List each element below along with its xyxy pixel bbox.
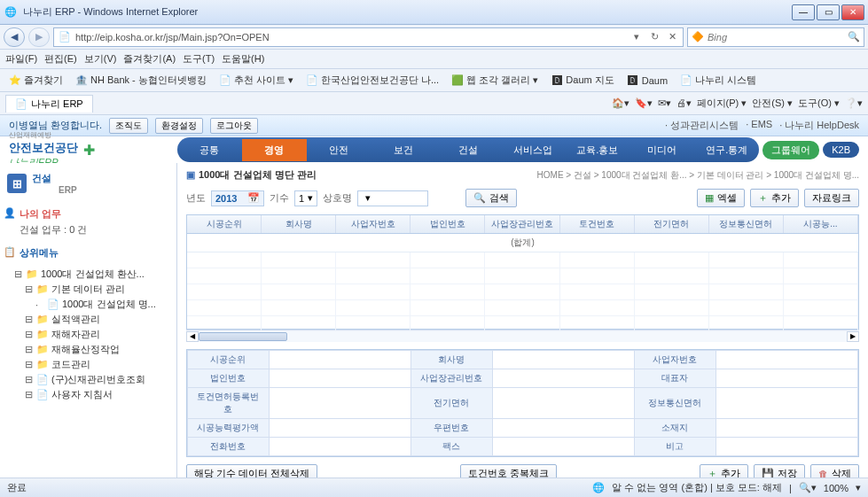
pill-groupware[interactable]: 그룹웨어 [762, 141, 819, 159]
favorites-button[interactable]: ⭐즐겨찾기 [5, 73, 66, 88]
tree-item[interactable]: ⊟📁실적액관리 [4, 312, 173, 327]
grid-cell[interactable] [411, 316, 485, 332]
menu-file[interactable]: 파일(F) [5, 52, 37, 66]
grid-cell[interactable] [560, 284, 635, 300]
menu-help[interactable]: 도움말(H) [222, 52, 264, 66]
grid-column-header[interactable]: 시공순위 [187, 215, 262, 233]
grid-cell[interactable] [560, 268, 635, 284]
link-helpdesk[interactable]: · 나누리 HelpDesk [779, 119, 859, 132]
tab-service[interactable]: 서비스업 [501, 139, 566, 161]
home-icon[interactable]: 🏠▾ [612, 97, 629, 110]
grid-cell[interactable] [485, 284, 559, 300]
menu-favorites[interactable]: 즐겨찾기(A) [123, 52, 176, 66]
menu-edit[interactable]: 편집(E) [44, 52, 77, 66]
grid-cell[interactable] [262, 268, 336, 284]
pill-k2b[interactable]: K2B [823, 142, 859, 158]
grid-cell[interactable] [635, 268, 709, 284]
nav-forward-button[interactable]: ▶ [28, 27, 50, 47]
search-field[interactable]: 🔶 🔍 [687, 27, 864, 47]
grid-cell[interactable] [485, 252, 559, 268]
form-value[interactable] [269, 388, 411, 419]
grid-cell[interactable] [485, 316, 559, 332]
form-value[interactable] [492, 419, 634, 438]
grid-cell[interactable] [784, 268, 858, 284]
grid-cell[interactable] [635, 252, 709, 268]
search-button[interactable]: 🔍검색 [465, 189, 517, 207]
tool-page[interactable]: 페이지(P) ▾ [697, 97, 747, 110]
form-value[interactable] [716, 438, 857, 456]
form-value[interactable] [716, 388, 857, 419]
grid-cell[interactable] [411, 252, 485, 268]
tab-research[interactable]: 연구.통계 [694, 139, 759, 161]
tree-item[interactable]: ⊟📁코드관리 [4, 357, 173, 372]
grid-cell[interactable] [187, 252, 262, 268]
form-value[interactable] [269, 419, 411, 438]
grid-cell[interactable] [709, 316, 784, 332]
tree-item[interactable]: ·📄1000대 건설업체 명... [4, 297, 173, 312]
sangho-select[interactable]: ▾ [357, 190, 428, 206]
add-top-button[interactable]: ＋추가 [750, 189, 799, 207]
grid-cell[interactable] [784, 300, 858, 316]
grid-cell[interactable] [560, 252, 635, 268]
fav-daum-map[interactable]: 🅳Daum 지도 [547, 73, 617, 88]
fav-nanuri[interactable]: 📄나누리 시스템 [676, 73, 760, 88]
grid-column-header[interactable]: 시공능... [784, 215, 858, 233]
grid-cell[interactable] [560, 300, 635, 316]
gisu-select[interactable]: 1▾ [294, 190, 317, 206]
print-icon[interactable]: 🖨▾ [676, 97, 692, 110]
grid-cell[interactable] [784, 284, 858, 300]
grid-cell[interactable] [411, 268, 485, 284]
form-value[interactable] [492, 438, 634, 456]
grid-cell[interactable] [784, 252, 858, 268]
tree-item[interactable]: ⊟📁기본 데이터 관리 [4, 282, 173, 297]
grid-cell[interactable] [262, 316, 336, 332]
nav-back-button[interactable]: ◀ [4, 27, 25, 47]
grid-column-header[interactable]: 사업장관리번호 [485, 215, 559, 233]
grid-cell[interactable] [187, 316, 262, 332]
form-value[interactable] [716, 369, 857, 388]
stop-icon[interactable]: ✕ [665, 30, 679, 44]
refresh-icon[interactable]: ↻ [647, 30, 661, 44]
tab-common[interactable]: 공통 [177, 139, 242, 161]
tab-management[interactable]: 경영 [242, 139, 307, 161]
grid-column-header[interactable]: 정보통신면허 [709, 215, 784, 233]
feed-icon[interactable]: 🔖▾ [635, 97, 653, 110]
grid-cell[interactable] [262, 284, 336, 300]
tree-item[interactable]: ⊟📁1000대 건설업체 환산... [4, 267, 173, 282]
grid-cell[interactable] [709, 300, 784, 316]
grid-cell[interactable] [485, 300, 559, 316]
form-value[interactable] [269, 369, 411, 388]
fav-nhbank[interactable]: 🏦NH Bank - 농협인터넷뱅킹 [72, 73, 210, 88]
link-performance[interactable]: · 성과관리시스템 [665, 119, 739, 132]
form-value[interactable] [492, 369, 634, 388]
grid-cell[interactable] [411, 300, 485, 316]
tree-item[interactable]: ⊟📁재해자관리 [4, 327, 173, 342]
scroll-right-button[interactable]: ▶ [847, 331, 859, 342]
datalink-button[interactable]: 자료링크 [804, 189, 859, 207]
tree-item[interactable]: ⊟📄(구)신재관리번호조회 [4, 372, 173, 387]
excel-button[interactable]: ▦엑셀 [697, 189, 745, 207]
calendar-icon[interactable]: 📅 [247, 192, 260, 204]
grid-cell[interactable] [336, 268, 411, 284]
grid-cell[interactable] [262, 300, 336, 316]
grid-cell[interactable] [635, 284, 709, 300]
upper-menu-header[interactable]: 📋상위메뉴 [4, 245, 173, 261]
grid-cell[interactable] [709, 268, 784, 284]
grid-column-header[interactable]: 토건번호 [560, 215, 635, 233]
form-value[interactable] [716, 419, 857, 438]
help-icon[interactable]: ❔▾ [845, 97, 863, 110]
form-value[interactable] [492, 351, 634, 369]
mail-icon[interactable]: ✉▾ [658, 97, 671, 110]
grid-cell[interactable] [336, 316, 411, 332]
form-value[interactable] [269, 351, 411, 369]
window-close-button[interactable]: ✕ [841, 4, 864, 20]
grid-cell[interactable] [187, 268, 262, 284]
grid-cell[interactable] [262, 252, 336, 268]
url-field[interactable]: 📄 ▾ ↻ ✕ [53, 27, 684, 47]
browser-tab[interactable]: 📄 나누리 ERP [5, 95, 93, 113]
fav-daum[interactable]: 🅳Daum [623, 74, 671, 88]
tool-safety[interactable]: 안전(S) ▾ [752, 97, 793, 110]
form-value[interactable] [492, 388, 634, 419]
tree-item[interactable]: ⊟📁재해율산정작업 [4, 342, 173, 357]
tab-health[interactable]: 보건 [371, 139, 436, 161]
